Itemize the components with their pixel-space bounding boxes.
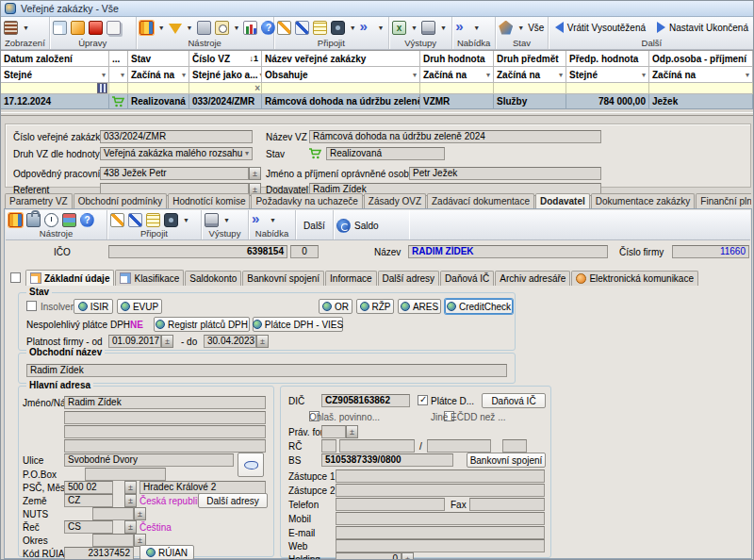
filter-input[interactable] bbox=[1, 83, 109, 94]
column-header[interactable]: Odp.osoba - příjmení bbox=[649, 51, 753, 67]
subtab-checkbox[interactable] bbox=[10, 272, 21, 283]
mobil-field[interactable] bbox=[336, 512, 545, 525]
odpovedny-picker-button[interactable] bbox=[249, 167, 261, 180]
dic-field[interactable]: CZ9058163862 bbox=[321, 394, 410, 407]
chevron-down-icon[interactable]: ▼ bbox=[350, 25, 356, 31]
filter-condition[interactable]: Obsahuje▾ bbox=[262, 67, 420, 83]
subtab-dalsi-adresy[interactable]: Další adresy bbox=[378, 271, 440, 286]
mesto-field[interactable]: Hradec Králové 2 bbox=[139, 481, 266, 494]
filter-picker-icon[interactable] bbox=[97, 83, 107, 93]
edit-record-icon[interactable] bbox=[71, 21, 85, 35]
column-header[interactable]: Datum založení bbox=[1, 51, 109, 67]
column-header[interactable]: Druh hodnota bbox=[420, 51, 494, 67]
attach-pen-icon[interactable] bbox=[295, 21, 309, 35]
nuts-field[interactable] bbox=[92, 507, 134, 520]
dalsi-adresy-button[interactable]: Další adresy bbox=[198, 493, 268, 508]
subtab-zakladni-udaje[interactable]: Základní údaje bbox=[25, 270, 114, 286]
zastupce1-field[interactable] bbox=[336, 469, 545, 483]
camera-icon[interactable] bbox=[331, 21, 345, 35]
layers-icon[interactable] bbox=[62, 213, 76, 227]
printer-icon[interactable] bbox=[205, 213, 219, 227]
state-filter-value[interactable]: Vše bbox=[528, 23, 544, 33]
filter-input[interactable]: × bbox=[189, 83, 262, 94]
telefon-field[interactable] bbox=[336, 498, 445, 511]
ruian-field[interactable]: 23137452 bbox=[64, 547, 134, 560]
holding-field[interactable]: 0 bbox=[336, 552, 402, 560]
delete-record-icon[interactable] bbox=[89, 21, 103, 35]
zastupce2-field[interactable] bbox=[336, 484, 545, 497]
help-icon[interactable] bbox=[261, 21, 275, 35]
tab-zadavaci-dokumentace[interactable]: Zadávací dokumentace bbox=[427, 193, 534, 208]
note-icon[interactable] bbox=[277, 21, 291, 35]
lock-icon[interactable] bbox=[26, 213, 41, 227]
column-header[interactable]: Název veřejné zakázky bbox=[262, 51, 420, 67]
nazev-firmy-field[interactable]: RADIM ZÍDEK bbox=[408, 245, 608, 258]
bankovni-spojeni-button[interactable]: Bankovní spojení bbox=[467, 453, 546, 468]
menu-arrows-icon[interactable] bbox=[252, 213, 265, 227]
insolvence-checkbox[interactable] bbox=[26, 301, 37, 311]
chevron-down-icon[interactable]: ▼ bbox=[517, 25, 524, 31]
subtab-archiv-adresare[interactable]: Archiv adresáře bbox=[495, 271, 570, 286]
psc-field[interactable]: 500 02 bbox=[64, 481, 113, 494]
ruian-button[interactable]: RÚIAN bbox=[139, 545, 194, 560]
zeme-field[interactable]: CZ bbox=[64, 494, 113, 507]
creditcheck-button[interactable]: CreditCheck bbox=[445, 299, 513, 314]
ulice-field[interactable]: Svobodné Dvory bbox=[64, 453, 234, 467]
jmeno2-field[interactable] bbox=[64, 411, 266, 424]
danova-ic-button[interactable]: Daňová IČ bbox=[482, 393, 546, 408]
view-mode-icon[interactable] bbox=[4, 21, 18, 35]
attach-pen-icon[interactable] bbox=[128, 213, 142, 227]
filter-input[interactable] bbox=[566, 83, 649, 94]
rc-field-2[interactable] bbox=[339, 439, 415, 453]
filter-condition[interactable]: Stejné jako a...▾ bbox=[189, 67, 262, 83]
holding-picker[interactable] bbox=[402, 552, 414, 560]
history-icon[interactable] bbox=[215, 21, 229, 35]
rc-field-1[interactable] bbox=[321, 439, 336, 453]
subtab-klasifikace[interactable]: Klasifikace bbox=[115, 270, 184, 286]
tab-parametry-vz[interactable]: Parametry VZ bbox=[5, 193, 73, 208]
filter-input[interactable] bbox=[649, 83, 753, 94]
psc-picker[interactable] bbox=[124, 481, 137, 494]
nastavit-ukoncena-button[interactable]: Nastavit Ukončená bbox=[653, 22, 752, 33]
dalsi-button[interactable]: Další bbox=[303, 221, 325, 231]
saldo-button[interactable]: Saldo bbox=[354, 221, 379, 231]
filter-condition[interactable]: Začíná na▾ bbox=[649, 67, 753, 83]
chevron-down-icon[interactable]: ▼ bbox=[158, 25, 165, 31]
filter-condition[interactable]: Stejné▾ bbox=[566, 67, 649, 83]
pobox-field[interactable] bbox=[85, 468, 166, 481]
column-header[interactable]: Druh předmět bbox=[494, 51, 566, 67]
isir-button[interactable]: ISIR bbox=[74, 299, 113, 314]
camera-icon[interactable] bbox=[164, 213, 178, 227]
table-row[interactable]: 17.12.2024 Realizovaná 033/2024/ZMR Rámc… bbox=[1, 94, 753, 109]
nuts-picker[interactable] bbox=[134, 507, 146, 520]
document-list-icon[interactable] bbox=[313, 21, 327, 35]
platnost-do-field[interactable]: 30.04.2023 bbox=[204, 335, 256, 348]
column-header[interactable]: ... bbox=[109, 51, 128, 67]
chevron-down-icon[interactable]: ▼ bbox=[473, 25, 480, 31]
platnost-od-spinner[interactable] bbox=[161, 335, 173, 348]
platce-dph-checkbox[interactable] bbox=[418, 395, 428, 405]
chevron-down-icon[interactable]: ▼ bbox=[187, 25, 193, 31]
horizontal-splitter[interactable] bbox=[1, 112, 753, 116]
tab-hodnotici-komise[interactable]: Hodnotící komise bbox=[168, 193, 250, 208]
filter-condition[interactable]: Začíná na▾ bbox=[420, 67, 494, 83]
vratit-vysoutezena-button[interactable]: Vrátit Vysoutěžená bbox=[551, 22, 649, 33]
document-list-icon[interactable] bbox=[146, 213, 160, 227]
copy-record-icon[interactable] bbox=[107, 21, 121, 35]
prav-forma-field[interactable] bbox=[321, 425, 346, 438]
chevron-down-icon[interactable]: ▼ bbox=[183, 217, 189, 223]
prav-forma-picker[interactable] bbox=[346, 425, 358, 438]
filter-condition[interactable]: Stejné▾ bbox=[1, 67, 109, 83]
rec-picker[interactable] bbox=[124, 520, 137, 534]
bs-field[interactable]: 5105387339/0800 bbox=[321, 453, 453, 467]
printer-icon[interactable] bbox=[421, 21, 435, 35]
tab-pozadavky-na-uchazece[interactable]: Požadavky na uchazeče bbox=[251, 193, 362, 208]
cislo-firmy-field[interactable]: 11660 bbox=[672, 245, 749, 258]
platnost-do-spinner[interactable] bbox=[256, 335, 269, 348]
tab-dodavatel[interactable]: Dodavatel bbox=[535, 193, 590, 208]
filter-input[interactable] bbox=[128, 83, 189, 94]
chevron-down-icon[interactable]: ▼ bbox=[223, 217, 230, 223]
chevron-down-icon[interactable]: ▼ bbox=[378, 25, 385, 31]
filter-condition[interactable]: Začíná na▾ bbox=[128, 67, 189, 83]
tab-zasady-ovz[interactable]: Zásady OVZ bbox=[364, 193, 426, 208]
